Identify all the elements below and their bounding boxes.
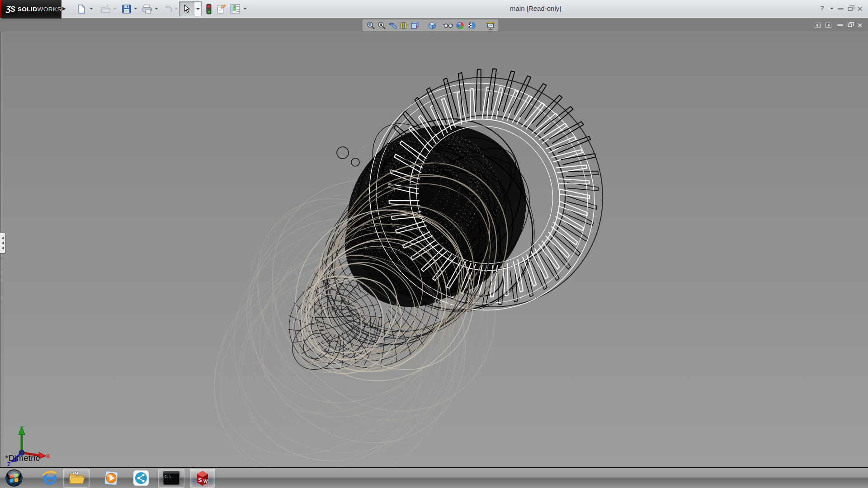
zoom-to-fit-icon — [367, 21, 375, 30]
eyeglasses-icon — [443, 22, 453, 29]
undo-dropdown[interactable] — [175, 8, 178, 9]
engine-model — [0, 32, 868, 467]
select-dropdown[interactable] — [194, 2, 201, 16]
new-document-icon — [76, 4, 86, 14]
doc-pane-right-button[interactable] — [824, 18, 833, 32]
open-button[interactable] — [99, 3, 112, 15]
internet-explorer-icon — [41, 469, 58, 487]
headsup-view-toolbar — [363, 19, 498, 31]
taskbar-item-internet-explorer[interactable] — [39, 469, 61, 488]
start-button[interactable] — [4, 469, 24, 488]
previous-view-icon — [388, 21, 397, 30]
triad-x-label: X — [46, 453, 50, 460]
print-button[interactable] — [141, 3, 153, 15]
view-settings-icon — [486, 22, 495, 30]
solidworks-icon-year: 2015 — [203, 483, 211, 488]
traffic-light-icon — [206, 4, 212, 14]
display-style-icon — [428, 21, 437, 30]
title-bar: ƷS SOLIDWORKS ▶ — [0, 0, 868, 18]
zoom-to-fit-button[interactable] — [366, 21, 376, 30]
open-folder-icon — [100, 4, 111, 14]
file-properties-icon — [216, 4, 227, 14]
solidworks-logo-light: WORKS — [38, 6, 62, 13]
solidworks-logo: ƷS SOLIDWORKS — [1, 0, 61, 19]
command-prompt-text: C:\_ — [165, 474, 173, 479]
previous-view-button[interactable] — [388, 21, 397, 30]
print-dropdown[interactable] — [155, 8, 158, 9]
doc-pane-left-button[interactable] — [813, 18, 822, 32]
restore-button[interactable] — [845, 0, 854, 18]
triad-y-label: Y — [20, 425, 24, 432]
close-icon: ✕ — [857, 5, 863, 13]
undo-button[interactable] — [162, 3, 174, 15]
options-icon — [230, 4, 241, 14]
select-tool-pressed[interactable] — [179, 2, 194, 16]
solidworks-logo-glyph: ƷS — [6, 5, 15, 14]
taskbar-item-command-prompt[interactable]: C:\_ — [158, 469, 184, 488]
doc-close-icon: ✕ — [857, 22, 863, 29]
options-button[interactable] — [229, 3, 241, 15]
command-prompt-icon: C:\_ — [163, 471, 180, 485]
menu-expand-arrow[interactable]: ▶ — [62, 6, 66, 11]
minimize-button[interactable] — [836, 0, 845, 18]
taskbar-item-share-app[interactable] — [130, 469, 152, 488]
select-cursor-icon — [183, 5, 190, 14]
print-icon — [142, 4, 152, 14]
taskbar: C:\_ S W 2015 — [0, 467, 868, 488]
display-style-button[interactable] — [427, 21, 437, 30]
edit-appearance-button[interactable] — [456, 21, 465, 30]
taskbar-item-file-explorer[interactable] — [63, 469, 90, 488]
undo-icon — [163, 4, 173, 14]
folder-icon — [68, 471, 85, 485]
new-document-button[interactable] — [75, 3, 87, 15]
graphics-viewport[interactable]: Y X Z *Dimetric — [0, 32, 868, 467]
close-button[interactable]: ✕ — [855, 0, 864, 18]
collapse-right-pane-icon — [826, 23, 831, 28]
file-properties-button[interactable] — [215, 3, 227, 15]
rebuild-button[interactable] — [203, 3, 215, 15]
collapse-left-pane-icon — [815, 23, 821, 28]
solidworks-icon-s: S — [198, 477, 202, 483]
zoom-to-area-icon — [377, 21, 386, 30]
taskbar-item-media-player[interactable] — [100, 469, 122, 488]
taskbar-item-solidworks[interactable]: S W 2015 — [190, 469, 215, 488]
view-settings-button[interactable] — [486, 21, 495, 30]
media-player-icon — [103, 469, 120, 487]
doc-close-button[interactable]: ✕ — [855, 18, 864, 32]
solidworks-logo-bold: SOLID — [18, 6, 38, 13]
select-tool-button[interactable] — [179, 1, 202, 16]
minimize-icon — [838, 8, 844, 9]
save-dropdown[interactable] — [134, 8, 137, 9]
windows-start-icon — [5, 469, 24, 488]
doc-restore-button[interactable] — [845, 18, 854, 32]
open-dropdown[interactable] — [113, 8, 117, 9]
doc-minimize-button[interactable] — [835, 18, 844, 32]
apply-scene-button[interactable] — [467, 21, 476, 30]
save-floppy-icon — [122, 4, 132, 14]
apply-scene-icon — [467, 21, 476, 30]
section-view-button[interactable] — [399, 21, 408, 30]
help-dropdown[interactable] — [830, 8, 834, 9]
share-app-icon — [133, 470, 149, 486]
hide-show-items-button[interactable] — [443, 21, 453, 30]
new-document-dropdown[interactable] — [90, 8, 93, 9]
solidworks-app-icon: S W 2015 — [194, 469, 211, 487]
options-dropdown[interactable] — [243, 8, 247, 9]
document-window-bar: ✕ — [0, 18, 868, 32]
view-orientation-icon — [410, 21, 419, 30]
restore-icon — [848, 7, 853, 11]
window-title: main [Read-only] — [510, 5, 561, 12]
section-view-icon — [399, 21, 408, 30]
view-orientation-button[interactable] — [410, 21, 419, 30]
help-button[interactable]: ? — [820, 4, 824, 12]
desktop: ƷS SOLIDWORKS ▶ — [0, 0, 868, 488]
doc-minimize-icon — [837, 24, 843, 26]
save-button[interactable] — [120, 3, 132, 15]
feature-panel-collapse-tab[interactable] — [0, 233, 6, 253]
edit-appearance-icon — [456, 21, 465, 30]
doc-restore-icon — [848, 23, 852, 27]
view-orientation-label: *Dimetric — [5, 453, 40, 463]
zoom-to-area-button[interactable] — [377, 21, 387, 30]
